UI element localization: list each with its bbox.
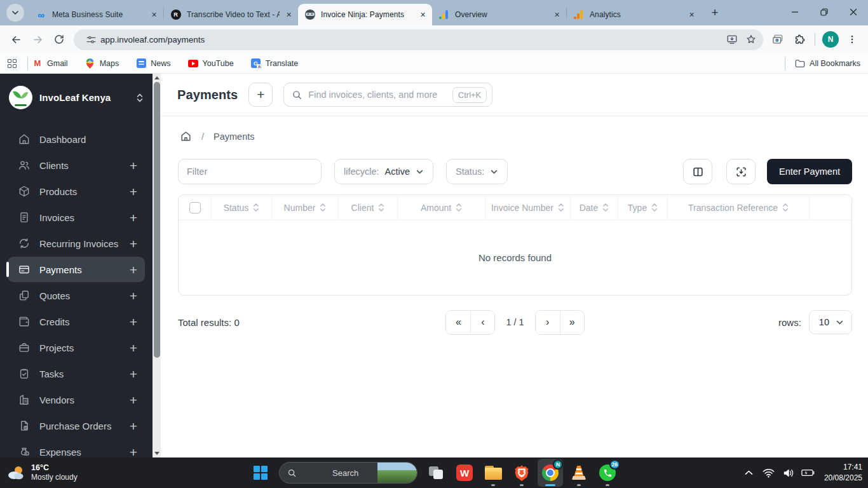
quick-add-button[interactable]: +: [248, 83, 273, 107]
column-date[interactable]: Date: [571, 195, 618, 220]
sidebar-item-expenses[interactable]: Expenses +: [8, 439, 145, 458]
sort-icon[interactable]: [558, 203, 564, 212]
whatsapp-app[interactable]: 26: [595, 459, 620, 487]
company-switch-icon[interactable]: [136, 93, 144, 103]
sort-icon[interactable]: [253, 203, 259, 212]
sort-icon[interactable]: [651, 203, 658, 212]
sort-icon[interactable]: [378, 203, 384, 212]
tab-close-icon[interactable]: ×: [149, 10, 159, 20]
bookmark-news[interactable]: News: [136, 58, 170, 69]
global-search[interactable]: Ctrl+K: [283, 83, 492, 107]
status-dropdown[interactable]: Status:: [446, 159, 508, 184]
sidebar-item-recurring-invoices[interactable]: Recurring Invoices +: [8, 231, 145, 256]
scroll-down-icon[interactable]: [153, 449, 161, 458]
extensions-puzzle-icon[interactable]: [789, 29, 810, 50]
tab-transcribe-video[interactable]: R Transcribe Video to Text - AI ×: [164, 4, 298, 25]
first-page-button[interactable]: «: [446, 311, 470, 334]
add-expense-button[interactable]: +: [130, 445, 137, 458]
select-all-checkbox[interactable]: [189, 202, 201, 214]
install-app-icon[interactable]: [722, 30, 742, 49]
add-payment-button[interactable]: +: [130, 263, 137, 276]
bookmark-gmail[interactable]: M Gmail: [32, 58, 68, 69]
sort-icon[interactable]: [602, 203, 609, 212]
chrome-gallery-icon[interactable]: [767, 29, 789, 50]
sidebar-item-tasks[interactable]: Tasks +: [8, 361, 145, 386]
column-number[interactable]: Number: [272, 195, 339, 220]
sidebar-item-projects[interactable]: Projects +: [8, 335, 145, 360]
apps-grid-icon[interactable]: [8, 59, 17, 68]
tab-close-icon[interactable]: ×: [552, 10, 562, 20]
add-invoice-button[interactable]: +: [130, 211, 137, 224]
file-explorer-app[interactable]: [480, 459, 506, 487]
column-type[interactable]: Type: [618, 195, 668, 220]
sort-icon[interactable]: [782, 203, 789, 212]
browser-menu-icon[interactable]: [841, 29, 863, 50]
wifi-icon[interactable]: [761, 463, 776, 482]
sidebar-item-credits[interactable]: Credits +: [8, 309, 145, 334]
add-purchase-order-button[interactable]: +: [130, 419, 137, 433]
column-invoice-number[interactable]: Invoice Number: [485, 195, 571, 220]
bookmark-star-icon[interactable]: [742, 30, 761, 49]
sidebar-item-products[interactable]: Products +: [8, 179, 145, 204]
tab-search-button[interactable]: [6, 4, 24, 22]
sidebar-item-quotes[interactable]: Quotes +: [8, 283, 145, 308]
add-quote-button[interactable]: +: [130, 289, 137, 302]
sidebar-item-purchase-orders[interactable]: Purchase Orders +: [8, 413, 145, 438]
column-amount[interactable]: Amount: [398, 195, 485, 220]
minimize-button[interactable]: [780, 0, 810, 24]
column-client[interactable]: Client: [339, 195, 398, 220]
close-window-button[interactable]: [839, 0, 868, 24]
breadcrumb-current[interactable]: Payments: [214, 132, 254, 142]
site-info-icon[interactable]: [81, 30, 100, 49]
weather-widget[interactable]: 16°C Mostly cloudy: [0, 463, 159, 483]
add-project-button[interactable]: +: [130, 341, 137, 355]
profile-avatar[interactable]: N: [822, 31, 839, 48]
forward-icon[interactable]: [27, 29, 48, 50]
tray-chevron-up-icon[interactable]: [742, 463, 757, 482]
back-icon[interactable]: [5, 29, 27, 50]
tab-close-icon[interactable]: ×: [417, 10, 428, 20]
column-status[interactable]: Status: [212, 195, 272, 220]
tab-close-icon[interactable]: ×: [283, 10, 294, 20]
search-highlight-image[interactable]: [377, 463, 417, 483]
add-product-button[interactable]: +: [130, 185, 137, 198]
tab-overview[interactable]: Overview ×: [432, 4, 566, 25]
sidebar-item-vendors[interactable]: Vendors +: [8, 387, 145, 412]
add-vendor-button[interactable]: +: [130, 393, 137, 407]
page-scrollbar[interactable]: [153, 74, 161, 458]
bookmark-maps[interactable]: Maps: [85, 58, 119, 69]
restore-button[interactable]: [810, 0, 839, 24]
bookmark-youtube[interactable]: YouTube: [188, 58, 234, 69]
previous-page-button[interactable]: ‹: [470, 311, 494, 334]
tab-analytics[interactable]: Analytics ×: [567, 4, 701, 25]
new-tab-button[interactable]: +: [706, 4, 724, 22]
sidebar-item-payments[interactable]: Payments +: [8, 257, 145, 282]
company-selector[interactable]: InvoLeaf Kenya: [0, 82, 153, 119]
filter-input[interactable]: [178, 159, 322, 184]
add-recurring-invoice-button[interactable]: +: [130, 237, 137, 250]
lifecycle-dropdown[interactable]: lifecycle: Active: [334, 159, 433, 184]
task-view-button[interactable]: [423, 459, 449, 487]
export-button[interactable]: [726, 159, 756, 184]
tab-invoice-ninja-payments[interactable]: Invoice Ninja: Payments ×: [298, 4, 432, 25]
vlc-app[interactable]: [566, 459, 592, 487]
start-button[interactable]: [248, 459, 273, 487]
taskbar-clock[interactable]: 17:41 20/08/2025: [824, 462, 862, 484]
next-page-button[interactable]: ›: [536, 311, 560, 334]
address-bar[interactable]: app.involeaf.com/payments: [74, 29, 763, 50]
all-bookmarks-button[interactable]: All Bookmarks: [795, 58, 860, 69]
battery-icon[interactable]: [801, 463, 816, 482]
global-search-input[interactable]: [308, 90, 447, 100]
reload-icon[interactable]: [48, 29, 70, 50]
add-task-button[interactable]: +: [130, 367, 137, 381]
scroll-up-icon[interactable]: [153, 74, 161, 82]
add-credit-button[interactable]: +: [130, 315, 137, 329]
sidebar-item-dashboard[interactable]: Dashboard: [8, 126, 145, 152]
wps-office-app[interactable]: W: [452, 459, 477, 487]
bookmark-translate[interactable]: G Translate: [251, 58, 299, 69]
scrollbar-thumb[interactable]: [154, 82, 160, 358]
brave-browser-app[interactable]: [509, 459, 534, 487]
add-client-button[interactable]: +: [130, 159, 137, 172]
taskbar-search[interactable]: Search: [279, 462, 417, 484]
breadcrumb-home-icon[interactable]: [180, 130, 192, 142]
